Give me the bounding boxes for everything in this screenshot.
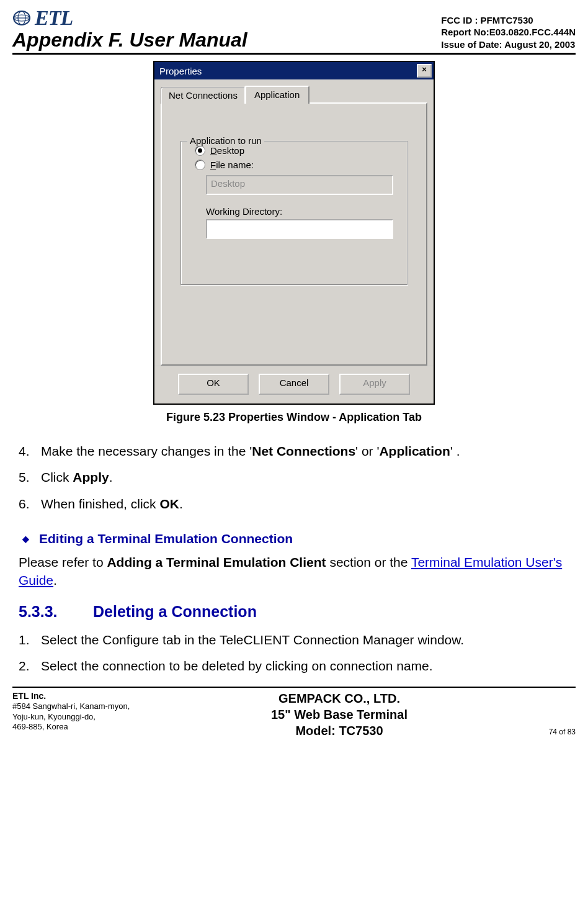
refer-paragraph: Please refer to Adding a Terminal Emulat… [19, 554, 569, 589]
tab-application[interactable]: Application [244, 86, 310, 104]
dialog-titlebar: Properties × [154, 62, 434, 79]
delete-step-2: 2. Select the connection to be deleted b… [19, 657, 569, 675]
cancel-button[interactable]: Cancel [259, 374, 329, 395]
tab-net-connections[interactable]: Net Connections [161, 87, 246, 104]
radio-icon [195, 145, 205, 156]
step-6: 6. When finished, click OK. [19, 495, 569, 513]
diamond-bullet-icon: ◆ [22, 533, 29, 545]
properties-dialog: Properties × Net Connections Application… [153, 61, 435, 405]
footer-address: ETL Inc. #584 Sangwhal-ri, Kanam-myon, Y… [12, 690, 130, 733]
globe-icon [12, 9, 31, 27]
report-no: Report No:E03.0820.FCC.444N [441, 26, 576, 38]
working-directory-input[interactable] [206, 219, 393, 239]
radio-icon [195, 160, 205, 170]
ok-button[interactable]: OK [178, 374, 249, 395]
application-to-run-fieldset: Application to run Desktop File name: De… [180, 141, 408, 285]
logo-text: ETL [35, 6, 73, 30]
fieldset-legend: Application to run [187, 135, 264, 146]
radio-filename[interactable]: File name: [195, 160, 407, 170]
figure-caption: Figure 5.23 Properties Window - Applicat… [12, 411, 576, 424]
step-5: 5. Click Apply. [19, 469, 569, 486]
radio-filename-label: File name: [210, 160, 254, 170]
page-number: 74 of 83 [549, 728, 576, 739]
dialog-button-row: OK Cancel Apply [154, 366, 434, 403]
page-footer: ETL Inc. #584 Sangwhal-ri, Kanam-myon, Y… [12, 687, 576, 739]
dialog-title: Properties [159, 66, 202, 76]
issue-date: Issue of Date: August 20, 2003 [441, 38, 576, 51]
radio-desktop[interactable]: Desktop [195, 145, 407, 156]
page-header: ETL Appendix F. User Manual FCC ID : PFM… [12, 6, 576, 55]
working-directory-label: Working Directory: [206, 206, 407, 217]
header-meta: FCC ID : PFMTC7530 Report No:E03.0820.FC… [441, 14, 576, 52]
footer-center: GEMPACK CO., LTD. 15" Web Base Terminal … [271, 690, 408, 739]
section-heading: 5.3.3. Deleting a Connection [19, 602, 569, 623]
delete-step-1: 1. Select the Configure tab in the TeleC… [19, 631, 569, 649]
tab-panel-application: Application to run Desktop File name: De… [161, 102, 427, 366]
appendix-title: Appendix F. User Manual [12, 29, 247, 52]
subheading-editing-terminal: ◆ Editing a Terminal Emulation Connectio… [22, 530, 569, 548]
radio-desktop-label: Desktop [210, 145, 244, 156]
filename-input[interactable]: Desktop [206, 175, 393, 195]
etl-logo: ETL [12, 6, 247, 30]
step-4: 4. Make the necessary changes in the 'Ne… [19, 443, 569, 460]
close-button[interactable]: × [417, 64, 432, 78]
apply-button[interactable]: Apply [339, 374, 410, 395]
tab-strip: Net Connections Application [161, 86, 427, 104]
fcc-id: FCC ID : PFMTC7530 [441, 14, 576, 27]
